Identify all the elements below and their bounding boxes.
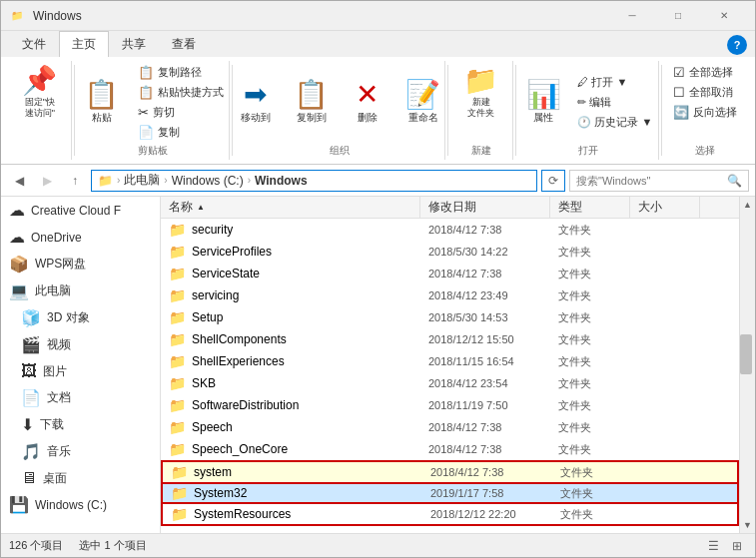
sidebar-item-music[interactable]: 🎵 音乐 (1, 438, 160, 465)
table-row[interactable]: 📁SystemResources 2018/12/12 22:20 文件夹 (161, 504, 739, 526)
history-button[interactable]: 🕐 历史记录 ▼ (571, 113, 658, 132)
maximize-button[interactable]: □ (655, 1, 701, 31)
sidebar-item-downloads[interactable]: ⬇ 下载 (1, 411, 160, 438)
vertical-scrollbar[interactable]: ▲ ▼ (739, 197, 755, 533)
table-row[interactable]: 📁ShellExperiences 2018/11/15 16:54 文件夹 (161, 350, 739, 372)
table-row[interactable]: 📁System32 2019/1/17 7:58 文件夹 (161, 482, 739, 504)
header-name[interactable]: 名称 ▲ (161, 197, 420, 218)
refresh-button[interactable]: ⟳ (541, 170, 565, 192)
search-box: 🔍 (569, 170, 749, 192)
sidebar-item-video[interactable]: 🎬 视频 (1, 331, 160, 358)
sidebar-item-onedrive[interactable]: ☁ OneDrive (1, 224, 160, 251)
table-row[interactable]: 📁SoftwareDistribution 2018/11/19 7:50 文件… (161, 394, 739, 416)
path-segment-drive[interactable]: Windows (C:) (172, 174, 244, 188)
open-button[interactable]: 🖊 打开 ▼ (571, 73, 658, 92)
paste-shortcut-button[interactable]: 📋 粘贴快捷方式 (132, 83, 230, 102)
file-type: 文件夹 (550, 245, 630, 260)
rename-label: 重命名 (408, 111, 438, 125)
sidebar-item-windows-c[interactable]: 💾 Windows (C:) (1, 491, 160, 518)
table-row[interactable]: 📁ServiceState 2018/4/12 7:38 文件夹 (161, 263, 739, 284)
header-date-label: 修改日期 (428, 199, 476, 216)
scroll-down-arrow[interactable]: ▼ (740, 517, 756, 533)
sidebar-item-documents[interactable]: 📄 文档 (1, 384, 160, 411)
properties-button[interactable]: 📊 属性 (517, 63, 569, 142)
pin-button-label: 固定"快速访问" (25, 97, 55, 119)
copy-to-button[interactable]: 📋 复制到 (286, 77, 338, 129)
sidebar-item-desktop[interactable]: 🖥 桌面 (1, 465, 160, 491)
copy-path-button[interactable]: 📋 复制路径 (132, 63, 230, 82)
file-name: SystemResources (194, 507, 291, 521)
table-row[interactable]: 📁ShellComponents 2018/12/12 15:50 文件夹 (161, 328, 739, 350)
table-row[interactable]: 📁Speech_OneCore 2018/4/12 7:38 文件夹 (161, 438, 739, 460)
rename-button[interactable]: 📝 重命名 (397, 77, 449, 129)
tab-file[interactable]: 文件 (9, 31, 59, 57)
tab-view[interactable]: 查看 (159, 31, 209, 57)
header-date[interactable]: 修改日期 (420, 197, 550, 218)
deselect-all-button[interactable]: ☐ 全部取消 (667, 83, 743, 102)
sidebar-item-pictures[interactable]: 🖼 图片 (1, 358, 160, 384)
search-input[interactable] (576, 175, 727, 187)
new-folder-button[interactable]: 📁 新建文件夹 (455, 63, 507, 123)
table-row[interactable]: 📁security 2018/4/12 7:38 文件夹 (161, 219, 739, 241)
move-to-button[interactable]: ➡ 移动到 (230, 77, 282, 129)
sidebar-item-thispc[interactable]: 💻 此电脑 (1, 278, 160, 304)
sidebar-item-creative-cloud[interactable]: ☁ Creative Cloud F (1, 197, 160, 224)
path-segment-windows[interactable]: Windows (255, 174, 308, 188)
large-icons-view-button[interactable]: ⊞ (727, 536, 747, 556)
table-row[interactable]: 📁system 2018/4/12 7:38 文件夹 (161, 460, 739, 482)
new-folder-icon: 📁 (463, 67, 498, 95)
scroll-up-arrow[interactable]: ▲ (740, 197, 756, 213)
file-type: 文件夹 (550, 223, 630, 238)
search-icon[interactable]: 🔍 (727, 174, 742, 188)
select-all-button[interactable]: ☑ 全部选择 (667, 63, 743, 82)
sidebar-item-thispc-label: 此电脑 (35, 282, 71, 299)
header-size[interactable]: 大小 (630, 197, 700, 218)
table-row[interactable]: 📁ServiceProfiles 2018/5/30 14:22 文件夹 (161, 241, 739, 263)
path-arrow-1: › (117, 175, 120, 186)
folder-icon: 📁 (169, 222, 186, 238)
copy-button[interactable]: 📄 复制 (132, 123, 230, 142)
back-button[interactable]: ◀ (7, 169, 31, 193)
help-button[interactable]: ? (727, 35, 747, 55)
tab-home[interactable]: 主页 (59, 31, 109, 57)
path-segment-thispc[interactable]: 此电脑 (124, 172, 160, 189)
minimize-button[interactable]: ─ (609, 1, 655, 31)
file-type: 文件夹 (550, 332, 630, 347)
window-title: Windows (33, 9, 82, 23)
ribbon-group-organize: ➡ 移动到 📋 复制到 ✕ 删除 📝 重命名 组织 (235, 61, 445, 160)
invert-selection-button[interactable]: 🔄 反向选择 (667, 103, 743, 122)
table-row[interactable]: 📁Speech 2018/4/12 7:38 文件夹 (161, 416, 739, 438)
table-row[interactable]: 📁SKB 2018/4/12 23:54 文件夹 (161, 372, 739, 394)
table-row[interactable]: 📁Setup 2018/5/30 14:53 文件夹 (161, 306, 739, 328)
file-type: 文件夹 (552, 507, 632, 522)
divider-3 (447, 65, 448, 156)
pin-quick-access-button[interactable]: 📌 固定"快速访问" (14, 63, 66, 123)
ribbon-content: 📌 固定"快速访问" 📋 粘贴 📋 复制路径 📋 (1, 57, 755, 165)
desktop-icon: 🖥 (21, 469, 37, 487)
file-list-body: 📁security 2018/4/12 7:38 文件夹 📁ServicePro… (161, 219, 739, 533)
table-row[interactable]: 📁servicing 2018/4/12 23:49 文件夹 (161, 284, 739, 306)
file-date: 2018/12/12 15:50 (420, 333, 550, 345)
edit-button[interactable]: ✏ 编辑 (571, 93, 658, 112)
details-view-button[interactable]: ☰ (703, 536, 723, 556)
open-small-buttons: 🖊 打开 ▼ ✏ 编辑 🕐 历史记录 ▼ (571, 63, 658, 142)
file-date: 2018/4/12 7:38 (420, 421, 550, 433)
paste-shortcut-label: 粘贴快捷方式 (158, 85, 224, 100)
delete-button[interactable]: ✕ 删除 (342, 77, 393, 129)
tab-share[interactable]: 共享 (109, 31, 159, 57)
address-path[interactable]: 📁 › 此电脑 › Windows (C:) › Windows (91, 170, 537, 192)
forward-button[interactable]: ▶ (35, 169, 59, 193)
header-type[interactable]: 类型 (550, 197, 630, 218)
file-type: 文件夹 (550, 310, 630, 325)
path-segment-pc[interactable]: 📁 (98, 174, 113, 188)
scroll-thumb[interactable] (740, 334, 752, 374)
file-name: system (194, 465, 232, 479)
header-type-label: 类型 (558, 199, 582, 216)
up-button[interactable]: ↑ (63, 169, 87, 193)
sidebar-item-wps[interactable]: 📦 WPS网盘 (1, 251, 160, 278)
select-group-label: 选择 (695, 142, 715, 158)
paste-button[interactable]: 📋 粘贴 (76, 63, 128, 142)
close-button[interactable]: ✕ (701, 1, 747, 31)
cut-button[interactable]: ✂ 剪切 (132, 103, 230, 122)
sidebar-item-3d[interactable]: 🧊 3D 对象 (1, 304, 160, 331)
